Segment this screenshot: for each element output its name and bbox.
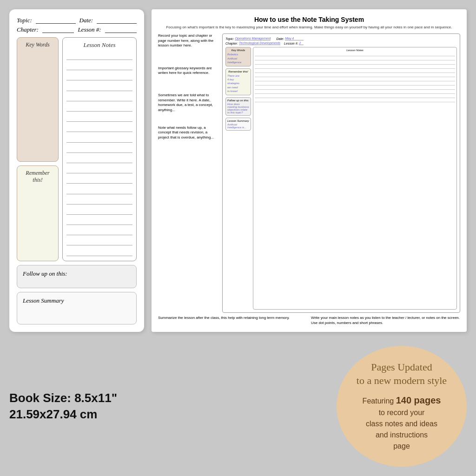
instruction-3-text: Sometimes we are told what to remember. …	[158, 93, 218, 112]
lesson-notes-box: Lesson Notes	[62, 37, 137, 261]
mini-date-value: May 4	[285, 37, 304, 40]
guide-bottom: Summarize the lesson after the class, th…	[158, 316, 460, 325]
mini-key-words-box: Key Words Robotics Artificial Intelligen…	[225, 47, 251, 66]
mini-lesson-label: Lesson #:	[284, 42, 298, 45]
mini-note-line	[255, 90, 455, 94]
mini-lesson-value: 2	[299, 41, 304, 45]
circle-badge: Pages Updated to a new modern style Feat…	[337, 346, 467, 467]
date-line	[97, 17, 137, 24]
mini-remember-box: Remember this! There are 4 key strategie…	[225, 68, 251, 95]
guide-content: Record your topic and chapter or page nu…	[158, 33, 460, 313]
lesson-summary-box: Lesson Summary	[17, 292, 137, 324]
main-content-area: Key Words Remember this! Lesson Notes	[17, 37, 137, 261]
note-line	[66, 155, 132, 163]
note-line	[66, 217, 132, 225]
mini-chapter-label: Chapter:	[225, 42, 238, 45]
header-fields: Topic: Date: Chapter: Lesson #:	[17, 17, 137, 33]
mini-left-column: Key Words Robotics Artificial Intelligen…	[225, 47, 251, 310]
note-line	[66, 113, 132, 122]
mini-follow-up-title: Follow up on this:	[227, 99, 249, 102]
note-line	[66, 145, 132, 153]
badge-rest: to record your class notes and ideas and…	[366, 407, 437, 452]
lesson-notes-label: Lesson Notes	[66, 41, 132, 49]
note-line	[66, 206, 132, 215]
mini-lesson-notes-box: Lesson Notes	[253, 47, 457, 310]
mini-note-line	[255, 94, 455, 98]
mini-note-line	[255, 69, 455, 73]
badge-rest-line4: page	[393, 442, 410, 450]
remember-label: Remember this!	[21, 170, 54, 184]
instruction-1: Record your topic and chapter or page nu…	[158, 33, 218, 48]
book-size-line1: Book Size: 8.5x11"	[9, 391, 327, 405]
lesson-label: Lesson #:	[78, 26, 101, 33]
mini-lesson-summary-box: Lesson Summary Artificial Intelligence i…	[225, 118, 251, 131]
mini-note-line	[255, 57, 455, 60]
note-line	[66, 103, 132, 112]
mini-note-line	[255, 86, 455, 90]
mini-date-field: Date: May 4	[276, 37, 304, 40]
mini-topic-field: Topic: Operations Management	[225, 37, 271, 40]
guide-subtitle: Focusing on what's important is the key …	[158, 25, 460, 30]
note-line	[66, 83, 132, 91]
mini-follow-up-box: Follow up on this: How does meeting busi…	[225, 97, 251, 116]
pages-count: 140 pages	[396, 395, 441, 405]
mini-ls-title: Lesson Summary	[227, 119, 249, 122]
follow-up-label: Follow up on this:	[23, 270, 67, 277]
mini-note-line	[255, 82, 455, 86]
follow-up-box: Follow up on this:	[17, 265, 137, 288]
left-sidebar-column: Key Words Remember this!	[17, 37, 59, 261]
mini-note-line	[255, 78, 455, 81]
mini-template: Topic: Operations Management Date: May 4…	[222, 33, 460, 313]
instruction-4: Note what needs follow up, a concept tha…	[158, 126, 218, 140]
badge-rest-line3: and instructions	[376, 431, 428, 439]
instruction-1-text: Record your topic and chapter or page nu…	[158, 33, 218, 48]
lesson-notes-column: Lesson Notes	[62, 37, 137, 261]
mini-kw-value: Robotics Artificial Intelligence	[227, 53, 249, 64]
mini-note-line	[255, 99, 455, 102]
mini-note-line	[255, 53, 455, 56]
mini-header: Topic: Operations Management Date: May 4…	[225, 37, 457, 45]
note-line	[66, 134, 132, 143]
mini-kw-title: Key Words	[227, 49, 249, 52]
instruction-2-text: Important glossary keywords are writen h…	[158, 66, 218, 76]
lesson-summary-label: Lesson Summary	[23, 297, 64, 304]
chapter-lesson-row: Chapter: Lesson #:	[17, 26, 137, 33]
mini-lesson-field: Lesson #: 2	[284, 41, 304, 45]
lined-content	[66, 51, 132, 257]
chapter-line	[42, 26, 74, 33]
note-line	[66, 165, 132, 173]
remember-box: Remember this!	[17, 165, 59, 261]
lesson-line	[105, 26, 137, 33]
key-words-box: Key Words	[17, 37, 59, 162]
mini-header-row-2: Chapter: Technological Developments Less…	[225, 41, 457, 45]
mini-topic-value: Operations Management	[235, 37, 271, 40]
badge-line1: Pages Updated	[371, 361, 432, 374]
guide-instructions: Record your topic and chapter or page nu…	[158, 33, 218, 313]
mini-remember-value: There are 4 key strategies we need to kn…	[227, 74, 249, 93]
badge-rest-line2: class notes and ideas	[366, 420, 437, 428]
mini-ln-title: Lesson Notes	[255, 49, 455, 52]
guide-bottom-left: Summarize the lesson after the class, th…	[158, 316, 307, 325]
mini-content-area: Key Words Robotics Artificial Intelligen…	[225, 47, 457, 310]
mini-topic-label: Topic:	[225, 37, 234, 40]
right-guide-panel: How to use the Note Taking System Focusi…	[152, 9, 467, 332]
mini-chapter-value: Technological Developments	[239, 41, 280, 45]
topic-line	[36, 17, 76, 24]
note-line	[66, 124, 132, 132]
guide-bottom-right: Write your main lesson notes as you list…	[311, 316, 460, 325]
book-size-line2: 21.59x27.94 cm	[9, 407, 327, 422]
badge-line2: to a new modern style	[357, 374, 447, 388]
mini-note-line	[255, 73, 455, 77]
chapter-label: Chapter:	[17, 26, 39, 33]
note-line	[66, 237, 132, 245]
topic-date-row: Topic: Date:	[17, 17, 137, 24]
note-line	[66, 196, 132, 205]
date-label: Date:	[79, 17, 93, 24]
mini-chapter-field: Chapter: Technological Developments	[225, 41, 280, 45]
note-line	[66, 93, 132, 101]
instruction-3: Sometimes we are told what to remember. …	[158, 93, 218, 112]
book-size-info: Book Size: 8.5x11" 21.59x27.94 cm	[9, 391, 327, 422]
instruction-5-text: Summarize the lesson after the class, th…	[158, 316, 290, 320]
mini-header-row-1: Topic: Operations Management Date: May 4	[225, 37, 457, 40]
left-note-template: Topic: Date: Chapter: Lesson #: Key Word…	[9, 9, 144, 332]
